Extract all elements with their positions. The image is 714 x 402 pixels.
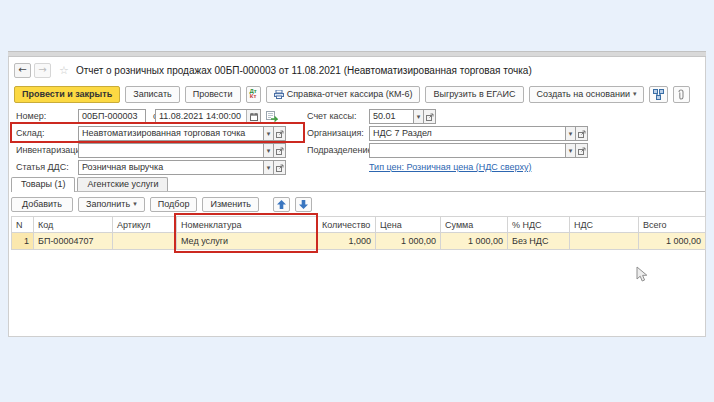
fill-button[interactable]: Заполнить▾ — [78, 197, 145, 212]
add-row-button[interactable]: Добавить — [11, 197, 73, 212]
calendar-button[interactable] — [246, 110, 260, 123]
dds-value: Розничная выручка — [79, 161, 263, 174]
warehouse-field[interactable]: Неавтоматизированная торговая точка — [78, 126, 264, 141]
move-up-button[interactable] — [273, 197, 290, 212]
cashier-report-button[interactable]: Справка-отчет кассира (КМ-6) — [266, 86, 421, 103]
column-header-article[interactable]: Артикул — [113, 217, 177, 233]
egais-upload-button[interactable]: Выгрузить в ЕГАИС — [425, 86, 523, 103]
chevron-down-icon: ▾ — [267, 130, 271, 138]
cash-account-value: 50.01 — [370, 110, 413, 123]
inventory-field[interactable] — [78, 143, 264, 158]
debit-credit-icon: ДтКт — [250, 89, 257, 99]
date-field[interactable]: 11.08.2021 14:00:00 — [155, 109, 261, 124]
cell-vat-rate[interactable]: Без НДС — [508, 233, 570, 250]
open-link-icon — [276, 147, 284, 155]
favorite-star-icon[interactable]: ☆ — [59, 64, 69, 77]
table-row[interactable]: 1 БП-00004707 Мед услуги 1,000 1 000,00 … — [12, 233, 706, 250]
printer-icon — [274, 90, 284, 99]
warehouse-value: Неавтоматизированная торговая точка — [79, 127, 263, 140]
back-button[interactable]: ← — [14, 63, 31, 78]
screen: { "icons": { "back": "←", "forward": "→"… — [0, 0, 714, 402]
cell-sum[interactable]: 1 000,00 — [441, 233, 508, 250]
column-header-vat-rate[interactable]: % НДС — [508, 217, 570, 233]
page-title: Отчет о розничных продажах 00БП-000003 о… — [76, 65, 532, 76]
dds-label: Статья ДДС: — [16, 160, 69, 175]
open-link-icon — [426, 113, 434, 121]
tab-goods[interactable]: Товары (1) — [11, 177, 75, 192]
chevron-down-icon: ▾ — [633, 90, 637, 98]
cell-quantity[interactable]: 1,000 — [318, 233, 376, 250]
table-toolbar: Добавить Заполнить▾ Подбор Изменить — [11, 196, 312, 212]
organization-open-button[interactable] — [575, 126, 588, 141]
column-header-vat[interactable]: НДС — [570, 217, 639, 233]
inventory-value — [79, 144, 263, 157]
price-type-link[interactable]: Тип цен: Розничная цена (НДС сверху) — [369, 160, 531, 175]
tab-agent-services[interactable]: Агентские услуги — [77, 177, 168, 191]
department-value — [370, 144, 565, 157]
pick-button[interactable]: Подбор — [150, 197, 198, 212]
forward-icon: → — [38, 64, 46, 75]
cash-account-open-button[interactable] — [423, 109, 436, 124]
goods-table: N Код Артикул Номенклатура Количество Це… — [11, 216, 706, 250]
paperclip-icon — [677, 89, 686, 100]
column-header-total[interactable]: Всего — [639, 217, 706, 233]
chevron-down-icon: ▾ — [267, 147, 271, 155]
organization-field[interactable]: НДС 7 Раздел — [369, 126, 566, 141]
cell-total[interactable]: 1 000,00 — [639, 233, 706, 250]
organization-label: Организация: — [307, 126, 364, 141]
date-value: 11.08.2021 14:00:00 — [156, 110, 246, 123]
cell-article[interactable] — [113, 233, 177, 250]
arrow-up-icon — [277, 200, 286, 209]
document-window: ← → ☆ Отчет о розничных продажах 00БП-00… — [8, 57, 706, 337]
chevron-down-icon: ▾ — [133, 200, 137, 208]
post-button[interactable]: Провести — [185, 86, 241, 103]
chevron-down-icon: ▾ — [569, 130, 573, 138]
calendar-icon — [250, 113, 258, 121]
chevron-down-icon: ▾ — [417, 113, 421, 121]
edit-button[interactable]: Изменить — [202, 197, 259, 212]
column-header-price[interactable]: Цена — [376, 217, 441, 233]
command-toolbar: Провести и закрыть Записать Провести ДтК… — [14, 85, 690, 103]
goto-list-button[interactable] — [266, 111, 278, 124]
number-value: 00БП-000003 — [79, 110, 145, 123]
cell-price[interactable]: 1 000,00 — [376, 233, 441, 250]
column-header-code[interactable]: Код — [34, 217, 113, 233]
warehouse-label: Склад: — [16, 126, 45, 141]
column-header-quantity[interactable]: Количество — [318, 217, 376, 233]
create-based-on-button[interactable]: Создать на основании▾ — [529, 86, 645, 103]
arrow-down-icon — [299, 200, 308, 209]
cell-nomenclature[interactable]: Мед услуги — [177, 233, 318, 250]
related-documents-button[interactable] — [649, 86, 668, 103]
save-button[interactable]: Записать — [125, 86, 179, 103]
warehouse-open-button[interactable] — [273, 126, 286, 141]
titlebar: ← → ☆ Отчет о розничных продажах 00БП-00… — [14, 61, 532, 79]
goto-list-icon — [266, 111, 278, 122]
column-header-sum[interactable]: Сумма — [441, 217, 508, 233]
attachments-button[interactable] — [673, 86, 690, 103]
cell-vat[interactable] — [570, 233, 639, 250]
dds-field[interactable]: Розничная выручка — [78, 160, 264, 175]
cash-account-label: Счет кассы: — [307, 109, 357, 124]
open-link-icon — [276, 164, 284, 172]
department-open-button[interactable] — [575, 143, 588, 158]
related-documents-icon — [653, 89, 664, 100]
column-header-n[interactable]: N — [12, 217, 34, 233]
inventory-open-button[interactable] — [273, 143, 286, 158]
number-field[interactable]: 00БП-000003 — [78, 109, 146, 124]
forward-button[interactable]: → — [34, 63, 51, 78]
cell-n[interactable]: 1 — [12, 233, 34, 250]
department-label: Подразделение: — [307, 143, 375, 158]
cash-account-field[interactable]: 50.01 — [369, 109, 414, 124]
debit-credit-button[interactable]: ДтКт — [246, 86, 261, 103]
column-header-nomenclature[interactable]: Номенклатура — [177, 217, 318, 233]
mouse-cursor — [636, 266, 649, 283]
move-down-button[interactable] — [295, 197, 312, 212]
open-link-icon — [578, 147, 586, 155]
department-field[interactable] — [369, 143, 566, 158]
dds-open-button[interactable] — [273, 160, 286, 175]
open-link-icon — [578, 130, 586, 138]
table-header-row: N Код Артикул Номенклатура Количество Це… — [12, 217, 706, 233]
back-icon: ← — [18, 64, 26, 75]
post-and-close-button[interactable]: Провести и закрыть — [14, 86, 120, 103]
cell-code[interactable]: БП-00004707 — [34, 233, 113, 250]
